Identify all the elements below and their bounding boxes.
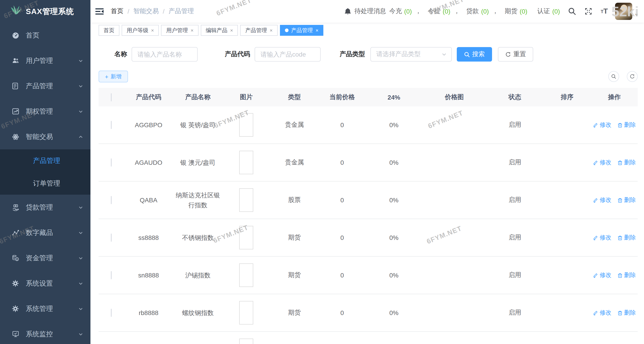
avatar-dropdown-caret-icon[interactable]: ▼ [634, 13, 638, 17]
notice-prefix: 待处理消息 [354, 7, 386, 16]
chevron-down-icon [78, 306, 83, 311]
table-search-toggle-button[interactable] [608, 71, 619, 82]
row-checkbox[interactable] [110, 196, 112, 204]
cell-price: 0 [318, 181, 366, 219]
edit-link[interactable]: 修改 [593, 271, 612, 279]
sidebar-item-system-monitor[interactable]: 系统监控 [0, 321, 90, 344]
header-search-icon[interactable] [568, 7, 576, 16]
sidebar-collapse-icon[interactable] [95, 8, 104, 15]
tab-product-mgmt[interactable]: 产品管理 × [240, 25, 278, 36]
breadcrumb-item[interactable]: 智能交易 [134, 7, 159, 16]
avatar[interactable] [615, 3, 632, 20]
edit-link[interactable]: 修改 [593, 309, 612, 317]
fullscreen-icon[interactable] [584, 7, 592, 16]
font-size-icon[interactable]: TT [600, 7, 608, 16]
tab-edit-product[interactable]: 编辑产品 × [201, 25, 238, 36]
tab-home[interactable]: 首页 [98, 25, 120, 36]
table-refresh-button[interactable] [627, 71, 638, 82]
cell-actions: 修改 删除 [591, 256, 638, 294]
pending-messages: 待处理消息 今充 (0) ， 今提 (0) ， 贷款 (0) ， 期货 (0) … [344, 7, 560, 16]
bell-icon[interactable] [344, 8, 351, 15]
delete-link[interactable]: 删除 [617, 158, 636, 167]
main-area: 首页 / 智能交易 / 产品管理 待处理消息 今充 (0) ， 今提 (0) [90, 0, 644, 344]
name-input[interactable] [132, 47, 198, 62]
reset-button[interactable]: 重置 [498, 47, 533, 62]
notice-count: (0) [520, 8, 527, 15]
code-input[interactable] [254, 47, 321, 62]
row-checkbox[interactable] [110, 271, 112, 279]
sidebar-subitem-product-mgmt[interactable]: 产品管理 [0, 149, 90, 172]
notice-label: 贷款 [466, 7, 479, 16]
edit-link[interactable]: 修改 [593, 234, 612, 242]
atom-icon [12, 133, 20, 140]
sidebar-item-users[interactable]: 用户管理 [0, 48, 90, 73]
sidebar-item-label: 贷款管理 [26, 203, 78, 212]
table-row: sn8888 沪锡指数 期货 0 0% 启用 修改 [98, 256, 638, 294]
tab-close-icon[interactable]: × [270, 28, 273, 33]
sidebar-item-home[interactable]: 首页 [0, 23, 90, 48]
select-all-header [98, 88, 124, 106]
product-image[interactable] [239, 301, 253, 324]
breadcrumb-home[interactable]: 首页 [111, 7, 124, 16]
sidebar-item-smart-trade[interactable]: 智能交易 [0, 124, 90, 149]
delete-link[interactable]: 删除 [617, 234, 636, 242]
type-select[interactable]: 请选择产品类型 [370, 47, 452, 62]
sidebar-item-funds[interactable]: $ 资金管理 [0, 245, 90, 271]
monitor-icon [12, 330, 20, 338]
sidebar-item-system-settings[interactable]: 系统设置 [0, 271, 90, 296]
cell-pct: 0% [366, 256, 422, 294]
chevron-down-icon [442, 52, 447, 57]
product-image[interactable] [239, 226, 253, 249]
select-all-checkbox[interactable] [110, 93, 112, 101]
add-button[interactable]: + 新增 [98, 71, 128, 82]
edit-link[interactable]: 修改 [593, 196, 612, 204]
subitem-label: 订单管理 [33, 179, 60, 188]
product-image[interactable] [239, 113, 253, 137]
type-filter-label: 产品类型 [340, 50, 365, 58]
product-image[interactable] [239, 151, 253, 174]
cell-image [222, 256, 270, 294]
edit-link[interactable]: 修改 [593, 121, 612, 129]
cell-status: 启用 [486, 219, 543, 256]
app-logo[interactable]: SAX管理系统 [0, 0, 90, 23]
chevron-down-icon [78, 230, 83, 235]
edit-link[interactable]: 修改 [593, 158, 612, 167]
delete-link[interactable]: 删除 [617, 309, 636, 317]
row-checkbox[interactable] [110, 158, 112, 167]
dashboard-icon [12, 32, 20, 39]
cell-price: 0 [318, 256, 366, 294]
sidebar-item-loans[interactable]: 贷款管理 [0, 195, 90, 220]
tab-close-icon[interactable]: × [316, 28, 318, 33]
tab-close-icon[interactable]: × [230, 28, 233, 33]
sidebar-subitem-order-mgmt[interactable]: 订单管理 [0, 172, 90, 195]
table-row: AGAUDO 银 澳元/盎司 贵金属 0 0% 启用 修改 [98, 144, 638, 181]
sidebar-item-system-mgmt[interactable]: 系统管理 [0, 296, 90, 321]
cell-actions: 修改 删除 [591, 294, 638, 331]
row-checkbox[interactable] [110, 309, 112, 317]
tab-close-icon[interactable]: × [190, 28, 194, 33]
search-button[interactable]: 搜索 [457, 47, 492, 62]
product-image[interactable] [239, 188, 253, 212]
search-icon [464, 51, 470, 57]
cell-name: 沪锡指数 [174, 256, 222, 294]
tab-label: 首页 [104, 27, 114, 34]
delete-link[interactable]: 删除 [617, 196, 636, 204]
sidebar-item-products[interactable]: 产品管理 [0, 73, 90, 99]
delete-link[interactable]: 删除 [617, 121, 636, 129]
tab-user-mgmt[interactable]: 用户管理 × [161, 25, 198, 36]
cell-type: 期货 [270, 331, 318, 344]
row-checkbox[interactable] [110, 121, 112, 129]
tabbar: 首页 用户等级 × 用户管理 × 编辑产品 × 产品管理 × 产品管理 × [90, 23, 644, 37]
delete-link[interactable]: 删除 [617, 271, 636, 279]
tab-product-mgmt-active[interactable]: 产品管理 × [280, 25, 324, 36]
row-checkbox[interactable] [110, 234, 112, 242]
sidebar-item-digital-collectibles[interactable]: 数字藏品 [0, 220, 90, 245]
cell-pct: 0% [366, 219, 422, 256]
tab-close-icon[interactable]: × [151, 28, 154, 33]
product-image[interactable] [239, 263, 253, 287]
loan-hand-icon [12, 204, 20, 211]
product-image[interactable] [239, 338, 253, 344]
sidebar-item-options[interactable]: 期权管理 [0, 99, 90, 124]
tab-user-level[interactable]: 用户等级 × [122, 25, 159, 36]
add-button-label: 新增 [110, 73, 122, 80]
